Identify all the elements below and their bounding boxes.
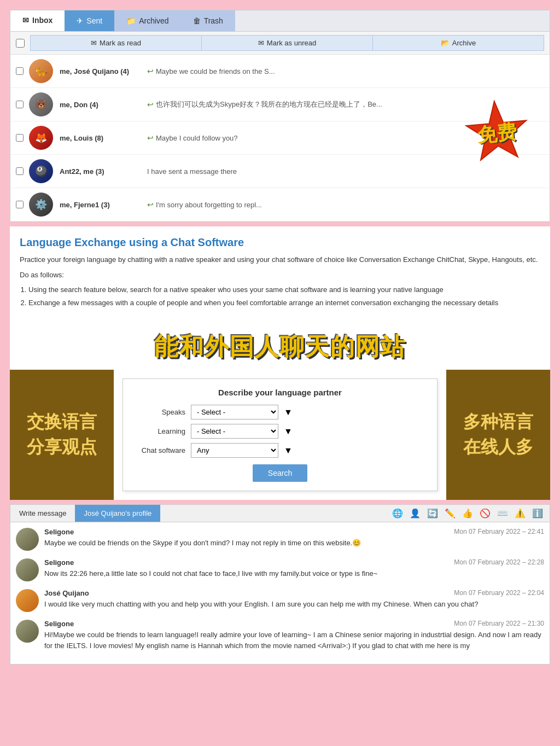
info-icon[interactable]: ℹ️: [530, 506, 545, 521]
message-checkbox[interactable]: [16, 134, 24, 142]
trash-icon: 🗑: [193, 16, 201, 25]
refresh-icon[interactable]: 🔄: [425, 506, 440, 521]
learning-select[interactable]: - Select -: [191, 424, 278, 439]
do-as-follows: Do as follows:: [20, 270, 540, 281]
archived-icon: 📁: [126, 16, 136, 25]
thumbsup-icon[interactable]: 👍: [460, 506, 475, 521]
chat-avatar: [16, 528, 39, 551]
chat-messages: Seligone Mon 07 February 2022 – 22:41 Ma…: [10, 522, 550, 664]
globe-icon[interactable]: 🌐: [390, 506, 405, 521]
tab-inbox[interactable]: ✉ Inbox: [10, 10, 65, 31]
archive-button[interactable]: 📂 Archive: [372, 35, 544, 51]
speaks-arrow-icon: ▼: [284, 407, 293, 417]
chat-section: Write message José Quijano's profile 🌐 👤…: [10, 504, 550, 665]
reply-icon: ↩: [147, 67, 154, 75]
promo-area: 能和外国人聊天的网站 交换语言 分享观点 Describe your langu…: [10, 324, 550, 500]
block-icon[interactable]: 🚫: [477, 506, 493, 521]
promo-right-panel: 多种语言 在线人多: [446, 370, 550, 500]
step-2: Exchange a few messages with a couple of…: [28, 298, 540, 308]
inbox-toolbar: ✉ Mark as read ✉ Mark as unread 📂 Archiv…: [10, 32, 550, 55]
chat-meta: Seligone Mon 07 February 2022 – 22:28: [44, 558, 544, 567]
sent-icon: ✈: [77, 16, 83, 25]
message-preview: ↩ I'm sorry about forgetting to repl...: [147, 200, 262, 209]
chat-sender: Seligone: [44, 558, 74, 567]
table-row[interactable]: 🎱 Ant22, me (3) I have sent a message th…: [10, 155, 550, 188]
avatar: ⚙️: [29, 193, 53, 217]
chat-avatar: [16, 558, 39, 581]
chat-toolbar-icons: 🌐 👤 🔄 ✏️ 👍 🚫 ⌨️ ⚠️ ℹ️: [390, 506, 550, 521]
form-title: Describe your language partner: [136, 388, 424, 397]
learning-row: Learning - Select - ▼: [136, 424, 424, 439]
message-preview: I have sent a message there: [147, 167, 237, 176]
tab-archived[interactable]: 📁 Archived: [114, 10, 180, 31]
list-item: José Quijano Mon 07 February 2022 – 22:0…: [16, 589, 544, 612]
chat-avatar: [16, 589, 39, 612]
tab-profile[interactable]: José Quijano's profile: [75, 505, 160, 522]
mark-read-icon: ✉: [91, 39, 97, 47]
avatar: 🎱: [29, 159, 53, 183]
message-checkbox[interactable]: [16, 167, 24, 175]
message-preview: ↩ Maybe we could be friends on the S...: [147, 67, 275, 75]
mark-unread-icon: ✉: [258, 39, 264, 47]
inbox-section: ✉ Inbox ✈ Sent 📁 Archived 🗑 Trash ✉ Mark…: [10, 10, 550, 222]
lang-steps: Using the search feature below, search f…: [20, 284, 540, 308]
chat-content: Seligone Mon 07 February 2022 – 21:30 Hi…: [44, 620, 544, 651]
speaks-label: Speaks: [136, 408, 185, 416]
cn-headline-banner: 能和外国人聊天的网站: [10, 324, 550, 370]
table-row[interactable]: ⚙️ me, Fjerne1 (3) ↩ I'm sorry about for…: [10, 188, 550, 222]
user-icon[interactable]: 👤: [407, 506, 423, 521]
cn-chat-text: 能和外国人聊天的网站: [20, 327, 540, 368]
chat-sender: José Quijano: [44, 589, 89, 597]
inbox-messages: 🐆 me, José Quijano (4) ↩ Maybe we could …: [10, 55, 550, 222]
chat-software-row: Chat software Any ▼: [136, 443, 424, 458]
promo-row: 交换语言 分享观点 Describe your language partner…: [10, 370, 550, 500]
tab-trash[interactable]: 🗑 Trash: [181, 10, 235, 31]
message-sender: me, José Quijano (4): [60, 67, 147, 75]
promo-form-area: Describe your language partner Speaks - …: [114, 370, 446, 500]
message-sender: Ant22, me (3): [60, 167, 147, 176]
search-button[interactable]: Search: [253, 464, 307, 482]
mark-as-unread-button[interactable]: ✉ Mark as unread: [201, 35, 372, 51]
mark-as-read-button[interactable]: ✉ Mark as read: [30, 35, 201, 51]
list-item: Seligone Mon 07 February 2022 – 22:41 Ma…: [16, 528, 544, 551]
avatar: 🐻: [29, 92, 53, 116]
table-row[interactable]: 🐆 me, José Quijano (4) ↩ Maybe we could …: [10, 55, 550, 88]
step-1: Using the search feature below, search f…: [28, 284, 540, 295]
chat-content: Seligone Mon 07 February 2022 – 22:28 No…: [44, 558, 544, 579]
message-sender: me, Louis (8): [60, 134, 147, 142]
chat-timestamp: Mon 07 February 2022 – 22:04: [454, 589, 544, 597]
chat-timestamp: Mon 07 February 2022 – 21:30: [454, 620, 544, 628]
message-sender: me, Don (4): [60, 101, 147, 109]
chat-timestamp: Mon 07 February 2022 – 22:28: [454, 558, 544, 567]
chat-tabs: Write message José Quijano's profile 🌐 👤…: [10, 505, 550, 522]
table-row[interactable]: 🦊 me, Louis (8) ↩ Maybe I could follow y…: [10, 121, 550, 155]
list-item: Seligone Mon 07 February 2022 – 22:28 No…: [16, 558, 544, 581]
chat-sender: Seligone: [44, 620, 74, 628]
message-checkbox[interactable]: [16, 201, 24, 208]
select-all-checkbox[interactable]: [16, 39, 25, 48]
chat-text: I would like very much chatting with you…: [44, 599, 544, 610]
promo-left-text1: 交换语言: [19, 411, 105, 434]
avatar: 🐆: [29, 59, 53, 83]
speaks-select[interactable]: - Select -: [191, 405, 278, 419]
promo-right-text1: 多种语言: [455, 411, 541, 434]
chat-text: Now its 22:26 here,a little late so I co…: [44, 568, 544, 579]
chat-meta: Seligone Mon 07 February 2022 – 21:30: [44, 620, 544, 628]
chat-avatar: [16, 620, 39, 643]
speaks-row: Speaks - Select - ▼: [136, 405, 424, 419]
message-checkbox[interactable]: [16, 67, 24, 75]
lang-description: Practice your foreign language by chatti…: [20, 254, 540, 265]
partner-form: Describe your language partner Speaks - …: [122, 378, 438, 491]
language-exchange-section: Language Exchange using a Chat Software …: [10, 226, 550, 324]
keyboard-icon[interactable]: ⌨️: [495, 506, 510, 521]
chat-software-arrow-icon: ▼: [284, 446, 293, 456]
edit-icon[interactable]: ✏️: [442, 506, 458, 521]
avatar: 🦊: [29, 126, 53, 150]
learning-arrow-icon: ▼: [284, 427, 293, 436]
table-row[interactable]: 🐻 me, Don (4) ↩ 也许我们可以先成为Skype好友？我所在的地方现…: [10, 88, 550, 121]
warning-icon[interactable]: ⚠️: [512, 506, 528, 521]
tab-sent[interactable]: ✈ Sent: [65, 10, 114, 31]
chat-software-select[interactable]: Any: [191, 443, 278, 458]
message-checkbox[interactable]: [16, 101, 24, 108]
tab-write-message[interactable]: Write message: [10, 505, 75, 522]
